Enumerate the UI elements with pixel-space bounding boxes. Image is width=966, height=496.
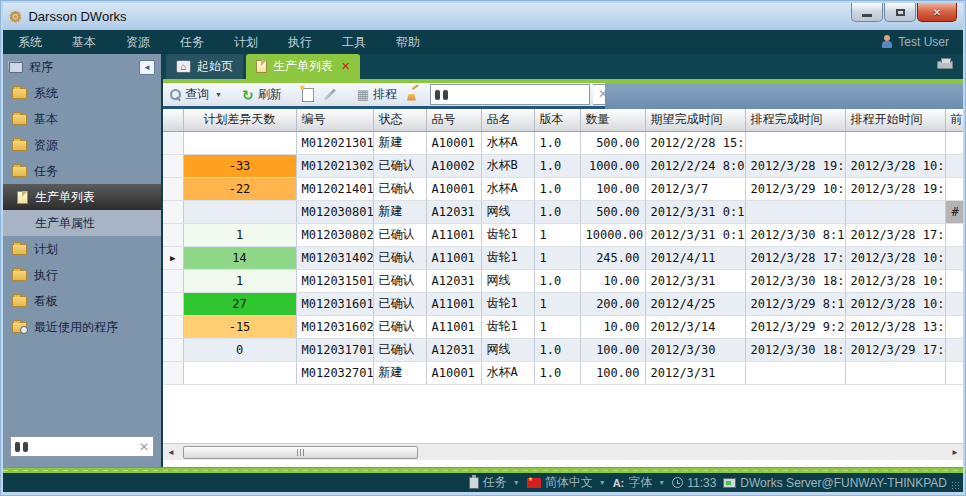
menu-item-7[interactable]: 帮助 [381,30,435,54]
row-selector-cell[interactable]: ▶ [163,246,183,269]
cell-diff-days[interactable]: 0 [183,338,296,361]
grid-header-0[interactable]: 计划差异天数 [183,109,296,131]
cell-diff-days[interactable]: 14 [183,246,296,269]
cell-order-no[interactable]: M012021302 [296,154,373,177]
cell-quantity[interactable]: 10.00 [580,269,645,292]
cell-order-no[interactable]: M012031402 [296,246,373,269]
cell-order-no[interactable]: M012032701 [296,361,373,384]
sidebar-item[interactable]: 任务 [3,158,161,184]
cell-quantity[interactable]: 100.00 [580,338,645,361]
cell-version[interactable]: 1.0 [534,177,580,200]
table-row[interactable]: 27M012031601已确认A11001齿轮11200.002012/4/25… [163,292,963,315]
cell-part-name[interactable]: 齿轮1 [481,315,534,338]
table-row[interactable]: 1M012030802已确认A11001齿轮1110000.002012/3/3… [163,223,963,246]
chevron-down-icon[interactable]: ▼ [215,91,222,98]
scrollbar-thumb[interactable] [183,446,418,459]
tab-active[interactable]: 生产单列表✕ [246,54,360,79]
tab-close-icon[interactable]: ✕ [341,60,350,73]
refresh-button[interactable]: ↻ 刷新 [240,85,284,104]
status-font-dropdown[interactable]: A: 字体 ▼ [613,474,666,491]
cell-clipped[interactable] [945,246,963,269]
cell-status[interactable]: 已确认 [373,154,426,177]
cell-sched-finish[interactable]: 2012/3/30 18:00 [745,338,845,361]
cell-status[interactable]: 已确认 [373,269,426,292]
menu-item-6[interactable]: 工具 [327,30,381,54]
table-row[interactable]: M012030801新建A12031网线1.0500.002012/3/31 0… [163,200,963,223]
cell-order-no[interactable]: M012030801 [296,200,373,223]
cell-diff-days[interactable]: 27 [183,292,296,315]
cell-expected-finish[interactable]: 2012/3/31 [645,269,745,292]
cell-order-no[interactable]: M012021301 [296,131,373,154]
cell-part-no[interactable]: A12031 [426,338,481,361]
cell-part-no[interactable]: A11001 [426,246,481,269]
cell-sched-start[interactable]: 2012/3/29 17:46 [845,338,945,361]
grid-header-2[interactable]: 状态 [373,109,426,131]
printer-icon[interactable] [937,61,953,69]
cell-part-name[interactable]: 网线 [481,269,534,292]
cell-quantity[interactable]: 100.00 [580,177,645,200]
grid-header-7[interactable]: 期望完成时间 [645,109,745,131]
cell-version[interactable]: 1.0 [534,338,580,361]
query-button[interactable]: 查询 ▼ [168,85,224,104]
cell-diff-days[interactable]: 1 [183,223,296,246]
cell-order-no[interactable]: M012031602 [296,315,373,338]
cell-version[interactable]: 1.0 [534,361,580,384]
sidebar-item[interactable]: 生产单列表 [3,184,161,210]
cell-part-name[interactable]: 水杯A [481,177,534,200]
cell-part-no[interactable]: A11001 [426,292,481,315]
cell-diff-days[interactable]: -15 [183,315,296,338]
minimize-button[interactable] [851,3,883,22]
scroll-left-icon[interactable]: ◄ [163,444,179,461]
row-selector-cell[interactable] [163,315,183,338]
grid-header-1[interactable]: 编号 [296,109,373,131]
cell-quantity[interactable]: 10000.00 [580,223,645,246]
maximize-button[interactable] [884,3,916,22]
cell-quantity[interactable]: 500.00 [580,200,645,223]
cell-part-name[interactable]: 水杯B [481,154,534,177]
toolbar-search-input[interactable] [448,88,585,102]
sidebar-item[interactable]: 看板 [3,288,161,314]
new-button[interactable] [300,87,316,103]
cell-part-no[interactable]: A10001 [426,361,481,384]
cell-sched-start[interactable]: 2012/3/28 13:40 [845,315,945,338]
resize-grip[interactable] [951,481,960,490]
cell-sched-finish[interactable]: 2012/3/29 9:20 [745,315,845,338]
cell-version[interactable]: 1 [534,292,580,315]
cell-expected-finish[interactable]: 2012/3/14 [645,315,745,338]
cell-clipped[interactable] [945,361,963,384]
cell-expected-finish[interactable]: 2012/3/7 [645,177,745,200]
cell-sched-finish[interactable] [745,361,845,384]
cell-expected-finish[interactable]: 2012/3/30 [645,338,745,361]
row-selector-cell[interactable] [163,338,183,361]
cell-order-no[interactable]: M012031501 [296,269,373,292]
close-button[interactable]: ✕ [917,3,957,22]
cell-expected-finish[interactable]: 2012/2/28 15:00 [645,131,745,154]
grid-header-3[interactable]: 品号 [426,109,481,131]
cell-part-name[interactable]: 齿轮1 [481,292,534,315]
row-selector-cell[interactable] [163,200,183,223]
menu-item-5[interactable]: 执行 [273,30,327,54]
cell-expected-finish[interactable]: 2012/3/31 0:17 [645,223,745,246]
sidebar-item[interactable]: 计划 [3,236,161,262]
table-row[interactable]: M012032701新建A10001水杯A1.0100.002012/3/31 [163,361,963,384]
grid-header-8[interactable]: 排程完成时间 [745,109,845,131]
sidebar-search-input[interactable] [28,440,139,454]
user-area[interactable]: Test User [881,35,949,49]
sidebar-item[interactable]: 资源 [3,132,161,158]
cell-clipped[interactable] [945,131,963,154]
sidebar-search-clear-icon[interactable]: ✕ [139,440,149,454]
cell-part-no[interactable]: A12031 [426,269,481,292]
cell-diff-days[interactable] [183,361,296,384]
cell-quantity[interactable]: 10.00 [580,315,645,338]
table-row[interactable]: -22M012021401已确认A10001水杯A1.0100.002012/3… [163,177,963,200]
cell-part-name[interactable]: 水杯A [481,361,534,384]
cell-diff-days[interactable]: -22 [183,177,296,200]
cell-quantity[interactable]: 200.00 [580,292,645,315]
menu-item-4[interactable]: 计划 [219,30,273,54]
cell-status[interactable]: 已确认 [373,315,426,338]
cell-part-no[interactable]: A11001 [426,223,481,246]
cell-version[interactable]: 1.0 [534,154,580,177]
menu-item-3[interactable]: 任务 [165,30,219,54]
cell-sched-finish[interactable] [745,200,845,223]
cell-part-name[interactable]: 网线 [481,200,534,223]
